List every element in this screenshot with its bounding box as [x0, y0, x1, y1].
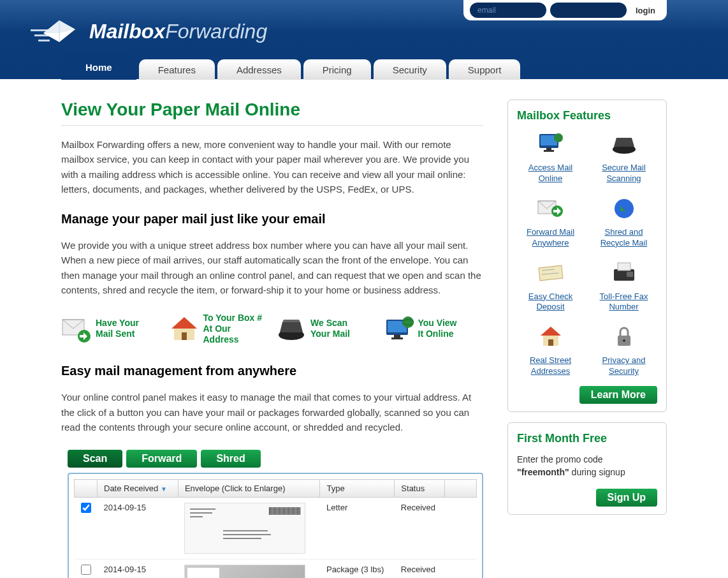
svg-rect-34 — [539, 265, 563, 281]
features-title: Mailbox Features — [517, 109, 657, 122]
svg-rect-25 — [544, 150, 554, 152]
step-your-box: To Your Box #At Our Address — [169, 313, 269, 345]
svg-point-33 — [615, 199, 634, 218]
svg-point-20 — [402, 316, 414, 328]
feature-secure-scan[interactable]: Secure Mail Scanning — [590, 131, 657, 184]
heading-manage: Manage your paper mail just like your em… — [61, 212, 483, 226]
svg-rect-39 — [627, 272, 633, 277]
sort-desc-icon: ▼ — [161, 485, 167, 493]
col-type[interactable]: Type — [320, 480, 395, 498]
promo-intro: Enter the promo code — [517, 454, 657, 464]
tab-pricing[interactable]: Pricing — [303, 59, 371, 80]
fax-icon — [609, 260, 639, 286]
envelope-arrow-icon — [535, 196, 566, 221]
envelope-send-icon — [61, 313, 92, 344]
tab-home[interactable]: Home — [61, 54, 136, 80]
easy-paragraph: Your online control panel makes it easy … — [61, 390, 483, 434]
cell-status: Received — [395, 498, 445, 559]
check-icon — [535, 260, 566, 286]
features-box: Mailbox Features Access Mail Online Secu… — [507, 100, 667, 412]
scan-button[interactable]: Scan — [68, 450, 122, 468]
col-date[interactable]: Date Received ▼ — [98, 480, 178, 498]
cell-date: 2014-09-15 — [98, 559, 178, 578]
svg-marker-14 — [280, 322, 303, 332]
steps-row: Have YourMail Sent To Your Box #At Our A… — [61, 313, 483, 345]
logo-text-light: Forwarding — [165, 20, 267, 43]
mail-panel: Date Received ▼ Envelope (Click to Enlar… — [68, 473, 483, 578]
feature-fax-number[interactable]: Toll-Free Fax Number — [590, 260, 657, 313]
envelope-thumbnail[interactable] — [184, 503, 305, 554]
padlock-icon — [609, 324, 639, 350]
monitor-globe-icon — [384, 313, 414, 344]
heading-easy: Easy mail management from anywhere — [61, 364, 483, 378]
cell-status: Received — [395, 559, 445, 578]
feature-check-deposit[interactable]: Easy Check Deposit — [517, 260, 584, 313]
svg-point-44 — [623, 339, 625, 342]
tab-features[interactable]: Features — [139, 59, 215, 80]
step-view-online: You ViewIt Online — [384, 313, 484, 345]
cell-type: Package (3 lbs) — [320, 559, 395, 578]
nav-tabs: Home Features Addresses Pricing Security… — [61, 54, 520, 80]
svg-rect-12 — [182, 332, 187, 340]
promo-box: First Month Free Enter the promo code "f… — [507, 422, 667, 515]
row-checkbox[interactable] — [81, 565, 91, 575]
feature-forward-mail[interactable]: Forward Mail Anywhere — [517, 196, 584, 249]
svg-rect-42 — [548, 339, 553, 346]
svg-marker-15 — [282, 320, 300, 322]
svg-rect-18 — [394, 335, 400, 337]
svg-rect-2 — [38, 40, 50, 41]
promo-code-line: "freemonth" during signup — [517, 467, 657, 477]
globe-icon — [609, 196, 639, 221]
monitor-icon — [535, 131, 566, 157]
step-mail-sent: Have YourMail Sent — [61, 313, 161, 345]
house-icon — [169, 313, 200, 344]
email-input[interactable] — [470, 3, 546, 18]
feature-street-addresses[interactable]: Real Street Addresses — [517, 324, 584, 377]
login-bar: login — [463, 0, 667, 20]
feature-access-mail[interactable]: Access Mail Online — [517, 131, 584, 184]
col-status[interactable]: Status — [395, 480, 445, 498]
step-we-scan: We ScanYour Mail — [276, 313, 376, 345]
scanner-icon — [609, 131, 639, 157]
promo-title: First Month Free — [517, 432, 657, 445]
page-title: View Your Paper Mail Online — [61, 100, 483, 120]
col-envelope[interactable]: Envelope (Click to Enlarge) — [178, 480, 320, 498]
forward-button[interactable]: Forward — [126, 450, 197, 468]
logo-text-bold: Mailbox — [89, 20, 165, 43]
svg-point-26 — [554, 133, 563, 142]
col-actions — [445, 480, 477, 498]
svg-rect-19 — [391, 337, 403, 339]
table-row[interactable]: 2014-09-15 Package (3 lbs) Received — [75, 559, 477, 578]
row-checkbox[interactable] — [81, 503, 91, 513]
table-row[interactable]: 2014-09-15 Letter Received — [75, 498, 477, 559]
tab-support[interactable]: Support — [449, 59, 521, 80]
mail-table: Date Received ▼ Envelope (Click to Enlar… — [74, 479, 477, 578]
scanner-icon — [276, 313, 307, 344]
house-icon — [535, 324, 566, 350]
feature-shred-recycle[interactable]: Shred and Recycle Mail — [590, 196, 657, 249]
tab-addresses[interactable]: Addresses — [217, 59, 301, 80]
signup-button[interactable]: Sign Up — [596, 489, 657, 507]
svg-marker-28 — [614, 138, 634, 147]
login-button[interactable]: login — [630, 6, 660, 15]
cell-date: 2014-09-15 — [98, 498, 178, 559]
svg-rect-38 — [618, 263, 630, 270]
learn-more-button[interactable]: Learn More — [579, 386, 657, 404]
divider — [61, 125, 483, 126]
shred-button[interactable]: Shred — [201, 450, 260, 468]
envelope-logo-icon — [31, 15, 82, 47]
manage-paragraph: We provide you with a unique street addr… — [61, 238, 483, 297]
password-input[interactable] — [550, 3, 627, 18]
cell-type: Letter — [320, 498, 395, 559]
envelope-thumbnail[interactable] — [184, 565, 305, 578]
feature-privacy-security[interactable]: Privacy and Security — [590, 324, 657, 377]
tab-security[interactable]: Security — [374, 59, 446, 80]
svg-rect-24 — [546, 148, 551, 150]
col-check[interactable] — [75, 480, 98, 498]
intro-paragraph: Mailbox Forwarding offers a new, more co… — [61, 137, 483, 196]
